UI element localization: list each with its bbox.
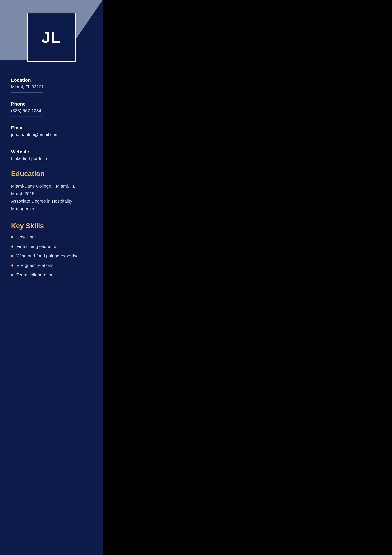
contact-phone: Phone (333) 567-1234 — [11, 101, 92, 117]
location-value: Miami, FL 33101 — [11, 84, 92, 89]
main-content — [103, 0, 392, 555]
contact-website: Website Linkedin I portfolio — [11, 149, 92, 161]
phone-label: Phone — [11, 101, 92, 107]
skill-item: Team collaboration — [11, 272, 92, 278]
skill-text: VIP guest relations — [16, 263, 54, 268]
location-divider — [11, 92, 43, 93]
website-value: Linkedin I portfolio — [11, 156, 92, 161]
email-label: Email — [11, 125, 92, 131]
skills-list: UpsellingFine dining etiquetteWine and f… — [11, 234, 92, 278]
email-value: jonathanlee@email.com — [11, 132, 92, 137]
skill-item: Wine and food pairing expertise — [11, 254, 92, 259]
skill-text: Fine dining etiquette — [16, 244, 56, 249]
contact-email: Email jonathanlee@email.com — [11, 125, 92, 140]
skill-bullet — [11, 274, 13, 276]
skill-text: Wine and food pairing expertise — [16, 254, 79, 259]
skills-title: Key Skills — [11, 222, 92, 230]
skill-bullet — [11, 245, 13, 248]
sidebar: JL Location Miami, FL 33101 Phone (333) … — [0, 0, 103, 555]
education-section: Education Miami-Dade College, , Miami, F… — [0, 170, 103, 212]
contact-section: Location Miami, FL 33101 Phone (333) 567… — [0, 77, 103, 161]
education-date: March 2015 — [11, 190, 92, 197]
contact-location: Location Miami, FL 33101 — [11, 77, 92, 93]
education-title: Education — [11, 170, 92, 178]
skill-text: Upselling — [16, 234, 35, 240]
phone-value: (333) 567-1234 — [11, 108, 92, 113]
avatar-initials: JL — [42, 28, 61, 46]
skill-bullet — [11, 264, 13, 267]
skill-bullet — [11, 255, 13, 257]
skill-bullet — [11, 236, 13, 238]
education-degree: Associate Degree in Hospitality — [11, 197, 92, 205]
location-label: Location — [11, 77, 92, 83]
skill-item: Upselling — [11, 234, 92, 240]
website-label: Website — [11, 149, 92, 154]
skill-item: Fine dining etiquette — [11, 244, 92, 249]
skill-item: VIP guest relations — [11, 263, 92, 268]
skill-text: Team collaboration — [16, 272, 54, 278]
education-school: Miami-Dade College, , Miami, FL — [11, 182, 92, 190]
skills-section: Key Skills UpsellingFine dining etiquett… — [0, 222, 103, 278]
email-divider — [11, 140, 43, 140]
phone-divider — [11, 116, 43, 117]
education-field: Management — [11, 205, 92, 212]
avatar-box: JL — [27, 13, 76, 62]
